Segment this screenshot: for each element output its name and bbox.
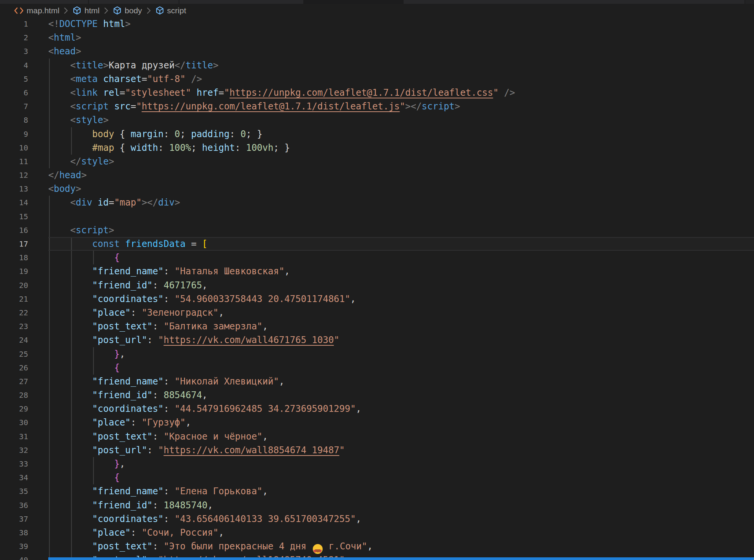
line-number[interactable]: 39 <box>0 539 28 553</box>
code-line[interactable]: 33 }, <box>0 457 754 471</box>
code-line[interactable]: 39 "post_text": "Это были прекрасные 4 д… <box>0 539 754 553</box>
breadcrumb-item-file[interactable]: map.html <box>14 6 59 15</box>
code-line[interactable]: 15 <box>0 210 754 223</box>
code-line[interactable]: 25 }, <box>0 347 754 361</box>
code-line[interactable]: 12</head> <box>0 168 754 182</box>
code-line[interactable]: 3<head> <box>0 44 754 58</box>
code-line[interactable]: 26 { <box>0 361 754 375</box>
code-line[interactable]: 35 "friend_name": "Елена Горькова", <box>0 484 754 498</box>
line-number[interactable]: 35 <box>0 484 28 498</box>
code-line[interactable]: 21 "coordinates": "54.960033758443 20.47… <box>0 292 754 306</box>
line-number[interactable]: 14 <box>0 196 28 209</box>
code-line[interactable]: 8 <style> <box>0 113 754 127</box>
code-line[interactable]: 6 <link rel="stylesheet" href="https://u… <box>0 86 754 100</box>
url-link[interactable]: https://vk.com/wall8854674_19487 <box>163 445 339 456</box>
line-number[interactable]: 12 <box>0 168 28 182</box>
code-line[interactable]: 23 "post_text": "Балтика замерзла", <box>0 320 754 333</box>
line-number[interactable]: 7 <box>0 100 28 113</box>
line-number[interactable]: 3 <box>0 44 28 58</box>
breadcrumb-item-body[interactable]: body <box>112 6 142 15</box>
code-line[interactable]: 18 { <box>0 251 754 264</box>
code-text: <div id="map"></div> <box>48 196 180 209</box>
code-line[interactable]: 24 "post_url": "https://vk.com/wall46717… <box>0 333 754 347</box>
code-token: : <box>235 142 240 153</box>
code-line[interactable]: 1<!DOCTYPE html> <box>0 17 754 31</box>
code-line[interactable]: 22 "place": "Зеленоградск", <box>0 306 754 320</box>
url-link[interactable]: https://vk.com/wall4671765_1030 <box>163 335 334 345</box>
code-line[interactable]: 37 "coordinates": "43.656406140133 39.65… <box>0 512 754 526</box>
code-token: DOCTYPE <box>59 19 98 29</box>
line-number[interactable]: 5 <box>0 72 28 86</box>
code-line[interactable]: 17 const friendsData = [ <box>0 237 754 251</box>
code-line[interactable]: 19 "friend_name": "Наталья Шевковская", <box>0 264 754 278</box>
breadcrumb-item-script[interactable]: script <box>155 6 186 15</box>
code-line[interactable]: 9 body { margin: 0; padding: 0; } <box>0 127 754 141</box>
breadcrumb-item-html[interactable]: html <box>72 6 100 15</box>
code-line[interactable]: 4 <title>Карта друзей</title> <box>0 59 754 72</box>
line-number[interactable]: 13 <box>0 182 28 196</box>
code-line[interactable]: 30 "place": "Гурзуф", <box>0 416 754 429</box>
code-line[interactable]: 10 #map { width: 100%; height: 100vh; } <box>0 141 754 155</box>
bottom-accent-bar <box>48 557 754 560</box>
line-number[interactable]: 32 <box>0 443 28 457</box>
line-number[interactable]: 16 <box>0 223 28 237</box>
line-number[interactable]: 36 <box>0 498 28 512</box>
code-line[interactable]: 14 <div id="map"></div> <box>0 196 754 209</box>
code-editor[interactable]: 1<!DOCTYPE html>2<html>3<head>4 <title>К… <box>0 17 754 560</box>
line-number[interactable]: 1 <box>0 17 28 31</box>
line-number[interactable]: 4 <box>0 59 28 72</box>
code-token: title <box>76 60 103 71</box>
line-number[interactable]: 8 <box>0 113 28 127</box>
line-number[interactable]: 19 <box>0 264 28 278</box>
code-line[interactable]: 38 "place": "Сочи, Россия", <box>0 526 754 539</box>
line-number[interactable]: 37 <box>0 512 28 526</box>
code-token: body <box>54 184 76 194</box>
line-number[interactable]: 9 <box>0 127 28 141</box>
code-line[interactable]: 28 "friend_id": 8854674, <box>0 388 754 402</box>
url-link[interactable]: https://unpkg.com/leaflet@1.7.1/dist/lea… <box>230 87 493 98</box>
line-number[interactable]: 27 <box>0 375 28 388</box>
code-line[interactable]: 20 "friend_id": 4671765, <box>0 278 754 292</box>
code-line[interactable]: 32 "post_url": "https://vk.com/wall88546… <box>0 443 754 457</box>
code-line[interactable]: 27 "friend_name": "Николай Хлевицкий", <box>0 375 754 388</box>
line-number[interactable]: 29 <box>0 402 28 416</box>
code-line[interactable]: 16 <script> <box>0 223 754 237</box>
line-number[interactable]: 11 <box>0 155 28 168</box>
code-line[interactable]: 11 </style> <box>0 155 754 168</box>
line-number[interactable]: 17 <box>0 237 28 251</box>
line-number[interactable]: 34 <box>0 471 28 484</box>
code-token: "friend_id" <box>92 280 153 291</box>
line-number[interactable]: 26 <box>0 361 28 375</box>
line-number[interactable]: 21 <box>0 292 28 306</box>
line-number[interactable]: 22 <box>0 306 28 320</box>
code-line[interactable]: 13<body> <box>0 182 754 196</box>
line-number[interactable]: 18 <box>0 251 28 264</box>
line-number[interactable]: 6 <box>0 86 28 100</box>
line-number[interactable]: 28 <box>0 388 28 402</box>
code-line[interactable]: 7 <script src="https://unpkg.com/leaflet… <box>0 100 754 113</box>
code-line[interactable]: 31 "post_text": "Красное и чёрное", <box>0 430 754 443</box>
line-number[interactable]: 15 <box>0 210 28 223</box>
code-text: "friend_name": "Наталья Шевковская", <box>48 264 290 278</box>
line-number[interactable]: 25 <box>0 347 28 361</box>
line-number[interactable]: 33 <box>0 457 28 471</box>
url-link[interactable]: https://unpkg.com/leaflet@1.7.1/dist/lea… <box>142 101 400 112</box>
line-number[interactable]: 30 <box>0 416 28 429</box>
code-token: 0 <box>174 129 180 139</box>
line-number[interactable]: 20 <box>0 278 28 292</box>
line-number[interactable]: 10 <box>0 141 28 155</box>
line-number[interactable]: 31 <box>0 430 28 443</box>
code-line[interactable]: 5 <meta charset="utf-8" /> <box>0 72 754 86</box>
code-line[interactable]: 2<html> <box>0 31 754 44</box>
line-number[interactable]: 2 <box>0 31 28 44</box>
active-tab-edge[interactable] <box>303 0 404 4</box>
code-token: : <box>131 307 136 318</box>
code-line[interactable]: 36 "friend_id": 18485740, <box>0 498 754 512</box>
code-line[interactable]: 34 { <box>0 471 754 484</box>
code-line[interactable]: 29 "coordinates": "44.547916962485 34.27… <box>0 402 754 416</box>
code-token: } <box>114 349 119 359</box>
line-number[interactable]: 23 <box>0 320 28 333</box>
line-number[interactable]: 38 <box>0 526 28 539</box>
line-number[interactable]: 40 <box>0 553 28 560</box>
line-number[interactable]: 24 <box>0 333 28 347</box>
